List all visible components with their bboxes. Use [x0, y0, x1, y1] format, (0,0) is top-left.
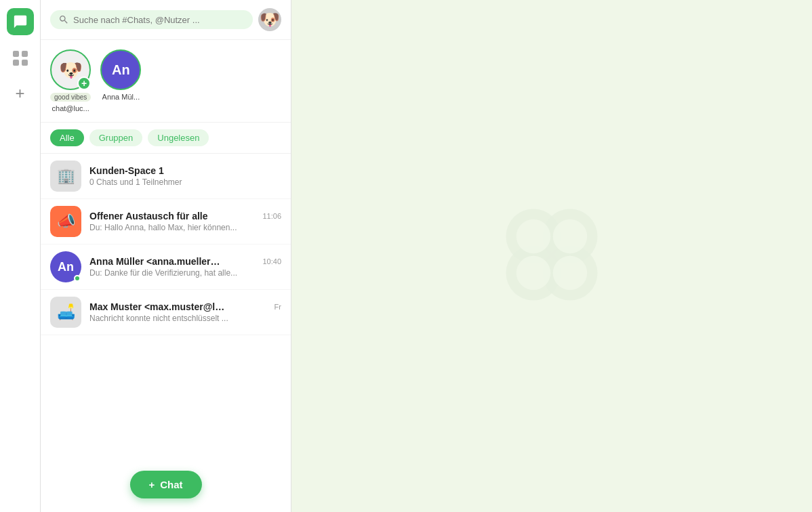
clover-logo-svg: [491, 194, 613, 316]
svg-point-9: [553, 219, 587, 253]
chat-info-3: Anna Müller <anna.mueller@... 10:40 Du: …: [89, 256, 281, 278]
story-item-2[interactable]: An Anna Mül...: [100, 49, 141, 112]
stories-row: 🐶 + good vibes chat@luc... An Anna Mül..…: [41, 40, 291, 123]
svg-point-8: [516, 219, 550, 253]
svg-rect-1: [22, 51, 28, 57]
story-avatar-container-2: An: [100, 49, 141, 90]
sidebar-item-chats[interactable]: [7, 8, 34, 35]
chat-item-kunden-space[interactable]: 🏢 Kunden-Space 1 0 Chats und 1 Teilnehme…: [41, 154, 291, 199]
story-add-button-1[interactable]: +: [77, 77, 91, 90]
chat-avatar-2: 📣: [50, 206, 81, 237]
chat-time-2: 11:06: [262, 212, 281, 220]
chat-bubble-icon: [13, 14, 28, 29]
chat-avatar-wrapper-2: 📣: [50, 206, 81, 237]
chat-info-2: Offener Austausch für alle 11:06 Du: Hal…: [89, 211, 281, 232]
svg-point-11: [553, 256, 587, 290]
svg-rect-3: [22, 60, 28, 66]
svg-rect-0: [13, 51, 19, 57]
chat-avatar-1: 🏢: [50, 161, 81, 192]
new-chat-plus-icon: +: [148, 479, 155, 490]
filter-tab-gruppen[interactable]: Gruppen: [89, 129, 143, 146]
user-avatar[interactable]: 🐶: [258, 8, 281, 31]
chat-avatar-wrapper-3: An: [50, 251, 81, 282]
chat-preview-1: 0 Chats und 1 Teilnehmer: [89, 177, 281, 187]
chat-info-top-1: Kunden-Space 1: [89, 165, 281, 176]
chat-avatar-wrapper-4: 🛋️: [50, 297, 81, 328]
chat-list: 🏢 Kunden-Space 1 0 Chats und 1 Teilnehme…: [41, 154, 291, 512]
search-input-wrapper[interactable]: [50, 10, 253, 29]
svg-point-10: [516, 256, 550, 290]
dog-emoji: 🐶: [260, 12, 280, 28]
chat-preview-3: Du: Danke für die Verifizierung, hat all…: [89, 268, 281, 278]
filter-tab-alle[interactable]: Alle: [50, 129, 84, 146]
main-content: [291, 0, 812, 512]
story-name-1: chat@luc...: [52, 104, 89, 112]
svg-rect-2: [13, 60, 19, 66]
search-icon: [58, 14, 69, 25]
user-avatar-image: 🐶: [258, 8, 281, 31]
chat-item-offener-austausch[interactable]: 📣 Offener Austausch für alle 11:06 Du: H…: [41, 199, 291, 244]
new-chat-label: Chat: [160, 479, 182, 490]
chat-info-top-3: Anna Müller <anna.mueller@... 10:40: [89, 256, 281, 267]
chat-time-4: Fr: [275, 303, 281, 311]
chat-info-top-2: Offener Austausch für alle 11:06: [89, 211, 281, 221]
chat-info-4: Max Muster <max.muster@luck... Fr Nachri…: [89, 301, 281, 323]
chat-name-2: Offener Austausch für alle: [89, 211, 208, 221]
chat-item-max-muster[interactable]: 🛋️ Max Muster <max.muster@luck... Fr Nac…: [41, 290, 291, 335]
sidebar-add-button[interactable]: +: [8, 81, 33, 106]
chat-name-4: Max Muster <max.muster@luck...: [89, 301, 225, 312]
chat-panel: 🐶 🐶 + good vibes chat@luc... An Anna Mül…: [41, 0, 291, 512]
story-label-1: good vibes: [50, 93, 91, 102]
search-input[interactable]: [73, 15, 245, 25]
plus-icon: +: [15, 84, 24, 103]
app-logo: [491, 194, 613, 318]
rooms-icon: [11, 49, 30, 68]
chat-avatar-4: 🛋️: [50, 297, 81, 328]
chat-name-3: Anna Müller <anna.mueller@...: [89, 256, 225, 267]
new-chat-button[interactable]: + Chat: [129, 471, 201, 498]
chat-avatar-wrapper-1: 🏢: [50, 161, 81, 192]
filter-tab-ungelesen[interactable]: Ungelesen: [148, 129, 209, 146]
search-bar: 🐶: [41, 0, 291, 40]
chat-item-anna-mueller[interactable]: An Anna Müller <anna.mueller@... 10:40 D…: [41, 244, 291, 290]
chat-info-top-4: Max Muster <max.muster@luck... Fr: [89, 301, 281, 312]
chat-info-1: Kunden-Space 1 0 Chats und 1 Teilnehmer: [89, 165, 281, 187]
chat-name-1: Kunden-Space 1: [89, 165, 164, 176]
chat-time-3: 10:40: [262, 257, 281, 265]
chat-preview-4: Nachricht konnte nicht entschlüsselt ...: [89, 314, 281, 323]
chat-preview-2: Du: Hallo Anna, hallo Max, hier können..…: [89, 223, 281, 232]
story-avatar-2: An: [100, 49, 141, 90]
sidebar: +: [0, 0, 41, 512]
story-name-2: Anna Mül...: [102, 93, 140, 101]
story-avatar-container-1: 🐶 +: [50, 49, 91, 90]
sidebar-item-rooms[interactable]: [8, 46, 33, 70]
story-item-1[interactable]: 🐶 + good vibes chat@luc...: [50, 49, 91, 112]
filter-tabs: Alle Gruppen Ungelesen: [41, 123, 291, 154]
online-indicator-3: [74, 275, 81, 282]
